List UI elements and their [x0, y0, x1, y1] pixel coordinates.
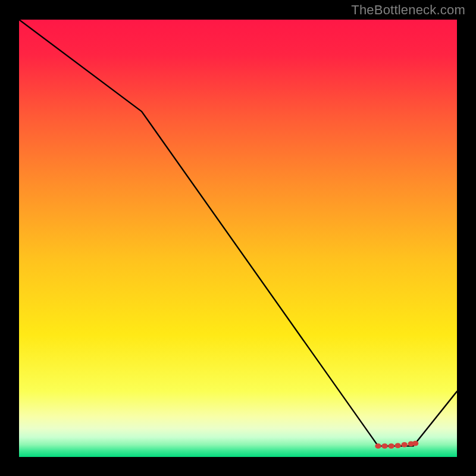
marker-dot — [401, 442, 407, 447]
watermark-text: TheBottleneck.com — [351, 2, 465, 18]
marker-dot — [381, 443, 387, 449]
chart-svg — [19, 20, 457, 457]
marker-dot — [394, 443, 400, 448]
plot-area — [19, 20, 457, 457]
marker-dot — [375, 443, 381, 449]
chart-stage: TheBottleneck.com — [0, 0, 476, 476]
marker-dot — [412, 441, 418, 446]
gradient-bg — [19, 20, 457, 457]
marker-dot — [388, 443, 394, 449]
